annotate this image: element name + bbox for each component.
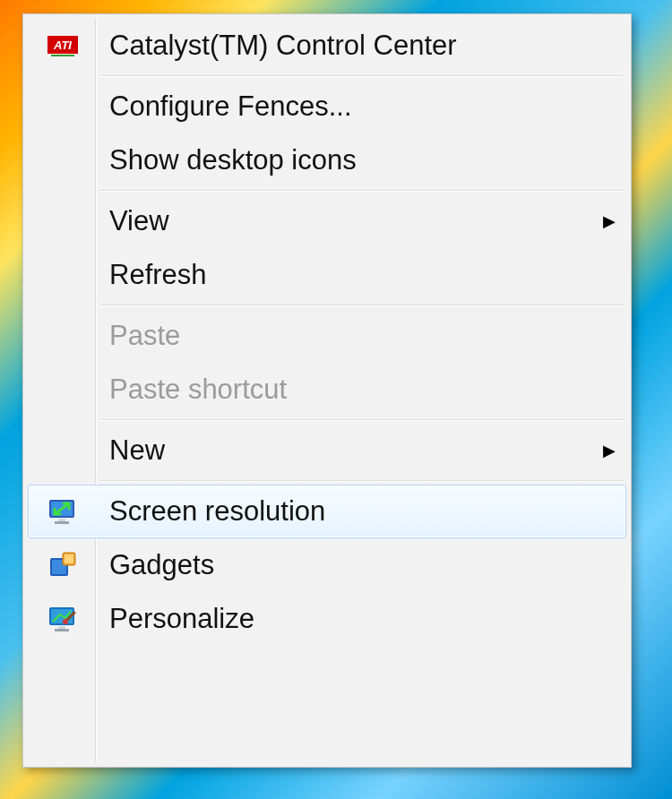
menu-item-refresh[interactable]: Refresh bbox=[28, 248, 626, 302]
menu-item-label: Configure Fences... bbox=[97, 90, 625, 123]
menu-item-label: Paste shortcut bbox=[97, 374, 625, 406]
menu-item-label: Catalyst(TM) Control Center bbox=[97, 30, 625, 62]
menu-item-screen-resolution[interactable]: Screen resolution bbox=[28, 485, 626, 538]
svg-rect-5 bbox=[58, 519, 65, 521]
screen-resolution-icon bbox=[29, 496, 97, 527]
menu-item-label: Gadgets bbox=[97, 549, 625, 581]
menu-item-personalize[interactable]: Personalize bbox=[28, 592, 626, 646]
gadgets-icon bbox=[29, 550, 97, 580]
menu-item-new[interactable]: New ▶ bbox=[28, 424, 626, 477]
menu-separator bbox=[100, 190, 624, 192]
personalize-icon bbox=[29, 604, 97, 634]
menu-item-label: Paste bbox=[97, 320, 625, 352]
menu-item-label: Screen resolution bbox=[97, 495, 625, 528]
svg-point-15 bbox=[63, 619, 68, 624]
menu-separator bbox=[100, 480, 624, 482]
svg-rect-14 bbox=[55, 629, 69, 631]
menu-item-catalyst-control-center[interactable]: ATI Catalyst(TM) Control Center bbox=[28, 19, 626, 73]
menu-item-paste: Paste bbox=[28, 309, 626, 363]
menu-separator bbox=[100, 75, 624, 77]
svg-rect-13 bbox=[58, 626, 65, 629]
svg-rect-6 bbox=[55, 521, 69, 524]
submenu-arrow-icon: ▶ bbox=[593, 211, 625, 231]
menu-separator bbox=[100, 305, 624, 306]
menu-item-gadgets[interactable]: Gadgets bbox=[28, 538, 626, 592]
svg-rect-10 bbox=[65, 554, 73, 563]
menu-item-configure-fences[interactable]: Configure Fences... bbox=[28, 80, 626, 133]
menu-item-label: New bbox=[97, 434, 593, 467]
menu-item-label: Show desktop icons bbox=[97, 144, 625, 176]
menu-item-label: Personalize bbox=[97, 603, 625, 635]
menu-item-label: View bbox=[97, 205, 593, 237]
menu-item-label: Refresh bbox=[97, 259, 625, 291]
menu-item-paste-shortcut: Paste shortcut bbox=[28, 363, 626, 417]
menu-item-show-desktop-icons[interactable]: Show desktop icons bbox=[28, 133, 626, 187]
submenu-arrow-icon: ▶ bbox=[593, 441, 625, 460]
ati-icon: ATI bbox=[29, 30, 97, 61]
menu-separator bbox=[100, 419, 624, 421]
menu-body: ATI Catalyst(TM) Control Center Configur… bbox=[27, 19, 627, 762]
svg-text:ATI: ATI bbox=[53, 39, 72, 52]
svg-rect-2 bbox=[51, 55, 74, 56]
menu-item-view[interactable]: View ▶ bbox=[28, 194, 626, 248]
desktop-context-menu: ATI Catalyst(TM) Control Center Configur… bbox=[22, 13, 632, 768]
